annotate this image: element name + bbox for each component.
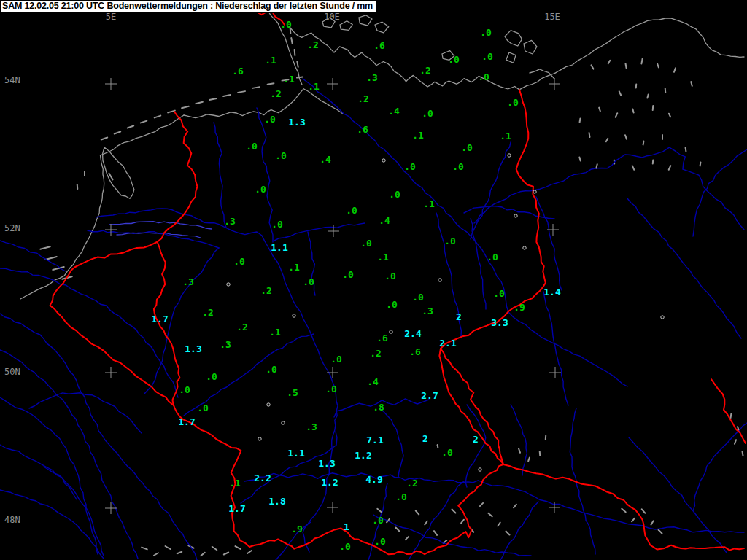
- terrain-mark: [444, 540, 447, 543]
- country-border-path: [516, 90, 546, 290]
- station-value: .2: [270, 88, 282, 99]
- terrain-mark: [528, 458, 530, 462]
- river-path: [303, 79, 508, 312]
- terrain-mark: [606, 139, 608, 141]
- station-value: 4.9: [365, 474, 382, 485]
- terrain-mark: [608, 61, 611, 63]
- station-value: 1.7: [151, 314, 168, 324]
- grid-cross: [105, 224, 117, 236]
- latitude-label: 48N: [4, 515, 20, 525]
- station-value: .4: [320, 154, 331, 165]
- longitude-label: 10E: [324, 12, 340, 22]
- station-value: 1.1: [271, 242, 288, 253]
- terrain-mark: [45, 257, 56, 260]
- station-ring-icon: [382, 159, 385, 162]
- station-value: .0: [444, 236, 456, 246]
- station-value: .2: [357, 93, 369, 104]
- station-ring-icon: [479, 468, 481, 471]
- station-value: .0: [275, 150, 287, 161]
- terrain-mark: [297, 77, 303, 77]
- station-value: .4: [379, 215, 390, 226]
- station-value: .2: [236, 322, 248, 332]
- station-value: .3: [224, 216, 236, 227]
- title-bar: SAM 12.02.05 21:00 UTC Bodenwettermeldun…: [0, 0, 376, 13]
- coastline-path: [20, 115, 184, 299]
- country-border-path: [503, 464, 640, 516]
- station-value: .0: [271, 219, 283, 230]
- station-value: .0: [478, 71, 489, 82]
- station-value: .0: [386, 299, 398, 310]
- grid-labels-layer: 5E10E15E54N52N50N48N: [4, 12, 560, 525]
- coastline-path: [289, 18, 744, 90]
- terrain-mark: [643, 141, 644, 145]
- station-value: .1: [283, 74, 295, 85]
- station-value: .0: [197, 402, 209, 413]
- station-value: .3: [422, 306, 433, 316]
- rivers-layer: [0, 79, 747, 560]
- river-path: [0, 241, 66, 271]
- station-value: .0: [342, 269, 354, 280]
- station-value: .3: [366, 72, 378, 83]
- station-value: .0: [487, 252, 498, 262]
- coastline-path: [340, 21, 352, 31]
- station-ring-icon: [227, 283, 230, 286]
- station-value: .0: [493, 288, 505, 299]
- grid-cross: [549, 78, 560, 90]
- terrain-mark: [377, 509, 381, 512]
- river-path: [508, 312, 627, 386]
- station-value: .1: [265, 55, 276, 66]
- station-value: .2: [260, 285, 272, 296]
- station-value: 1.8: [268, 496, 286, 507]
- terrain-mark: [653, 106, 654, 110]
- terrain-mark: [101, 137, 107, 139]
- latitude-label: 54N: [4, 75, 20, 85]
- river-path: [117, 233, 201, 238]
- latitude-label: 50N: [4, 367, 20, 377]
- river-path: [214, 122, 226, 228]
- terrain-mark: [730, 413, 731, 418]
- station-value: .0: [346, 205, 357, 216]
- terrain-mark: [498, 523, 500, 526]
- station-value: 1.3: [185, 343, 201, 354]
- terrain-mark: [742, 451, 743, 456]
- river-path: [0, 397, 98, 554]
- terrain-mark: [514, 505, 516, 508]
- station-value: .0: [360, 238, 372, 249]
- terrain-mark: [686, 148, 686, 152]
- station-value: 2.1: [439, 338, 457, 349]
- station-value: .0: [441, 447, 453, 458]
- station-ring-icon: [508, 154, 511, 157]
- station-value: .0: [422, 108, 433, 119]
- station-value: .9: [291, 524, 303, 534]
- station-value: .0: [339, 541, 351, 552]
- station-ring-icon: [390, 330, 392, 333]
- station-value: .1: [288, 262, 300, 273]
- terrain-mark: [700, 163, 701, 166]
- river-path: [471, 219, 486, 309]
- terrain-mark: [519, 448, 520, 453]
- terrain-mark: [77, 184, 78, 189]
- terrain-mark: [619, 91, 622, 95]
- terrain-mark: [396, 528, 400, 532]
- river-path: [629, 438, 727, 553]
- country-border-path: [640, 516, 744, 551]
- terrain-mark: [247, 551, 252, 553]
- station-value: .3: [182, 276, 194, 287]
- station-value: .0: [372, 515, 384, 526]
- terrain-mark: [579, 158, 580, 161]
- longitude-label: 5E: [106, 12, 116, 22]
- terrain-mark: [425, 521, 427, 525]
- station-value: 1.4: [543, 287, 561, 298]
- terrain-mark: [438, 445, 438, 448]
- terrain-mark: [212, 547, 217, 551]
- terrain-mark: [406, 537, 409, 540]
- grid-cross: [105, 78, 117, 90]
- station-value: .0: [448, 54, 460, 65]
- weather-map: .0.2.6.1.6.1.3.1.2.2.2.0.0.0.0.4.0.01.3.…: [0, 0, 747, 560]
- coastline-path: [103, 147, 134, 198]
- station-ring-icon: [514, 214, 517, 217]
- station-value: .1: [269, 327, 281, 338]
- terrain-mark: [641, 59, 642, 64]
- terrain-mark: [461, 520, 464, 524]
- station-value: .0: [179, 384, 190, 395]
